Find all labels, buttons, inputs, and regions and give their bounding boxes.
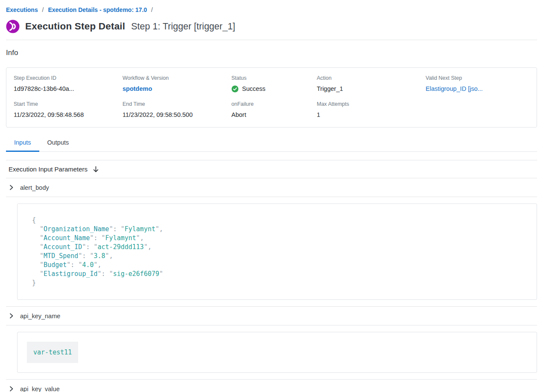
tab-bar: Inputs Outputs [6, 134, 537, 152]
page-header: Execution Step Detail Step 1: Trigger [t… [6, 20, 537, 33]
field-valid-next-step: Valid Next Step Elastigroup_ID [jso... [426, 75, 529, 93]
field-on-failure: onFailure Abort [231, 101, 317, 119]
param-section-label: api_key_name [20, 313, 60, 319]
info-grid: Step Execution ID 1d97828c-13b6-40a... W… [14, 75, 529, 119]
field-step-execution-id: Step Execution ID 1d97828c-13b6-40a... [14, 75, 123, 93]
breadcrumb-link-executions[interactable]: Executions [6, 6, 38, 13]
field-end-time: End Time 11/23/2022, 09:58:50.500 [123, 101, 231, 119]
chevron-right-icon [9, 184, 14, 191]
check-circle-icon [231, 85, 239, 93]
start-time-value: 11/23/2022, 09:58:48.568 [14, 111, 123, 119]
info-section-heading: Info [6, 40, 537, 57]
param-section-label: alert_body [20, 184, 49, 191]
valid-next-step-link[interactable]: Elastigroup_ID [jso... [426, 85, 529, 93]
page-title: Execution Step Detail [25, 21, 125, 32]
field-label: Valid Next Step [426, 75, 529, 81]
tab-outputs[interactable]: Outputs [39, 134, 77, 151]
execution-input-parameters-header: Execution Input Parameters [6, 160, 537, 178]
fylamynt-logo-icon [6, 20, 20, 33]
page-subtitle: Step 1: Trigger [trigger_1] [131, 21, 235, 32]
breadcrumb-link-execution-details[interactable]: Execution Details - spotdemo: 17.0 [48, 6, 147, 13]
max-attempts-value: 1 [317, 111, 426, 119]
breadcrumb: Executions / Execution Details - spotdem… [6, 0, 537, 14]
api-key-name-value: var-test11 [27, 342, 78, 363]
api-key-name-content: var-test11 [6, 325, 537, 380]
api-key-name-card: var-test11 [17, 332, 537, 373]
tab-inputs[interactable]: Inputs [6, 134, 39, 151]
workflow-version-link[interactable]: spotdemo [123, 85, 231, 93]
field-workflow-version: Workflow & Version spotdemo [123, 75, 231, 93]
breadcrumb-separator: / [151, 6, 153, 13]
alert-body-content: { "Organization_Name": "Fylamynt", "Acco… [6, 197, 537, 307]
field-max-attempts: Max Attempts 1 [317, 101, 426, 119]
on-failure-value: Abort [231, 111, 317, 119]
field-label: Status [231, 75, 317, 81]
field-label: Action [317, 75, 426, 81]
field-label: Step Execution ID [14, 75, 123, 81]
param-section-api-key-value[interactable]: api_key_value [6, 380, 537, 392]
param-section-label: api_key_value [20, 386, 60, 392]
end-time-value: 11/23/2022, 09:58:50.500 [123, 111, 231, 119]
chevron-right-icon [9, 386, 14, 392]
action-value: Trigger_1 [317, 85, 426, 93]
breadcrumb-separator: / [42, 6, 44, 13]
params-heading: Execution Input Parameters [9, 166, 88, 173]
execution-step-detail-page: Executions / Execution Details - spotdem… [0, 0, 543, 392]
param-section-api-key-name[interactable]: api_key_name [6, 307, 537, 325]
status-value: Success [231, 85, 317, 93]
alert-body-json-card: { "Organization_Name": "Fylamynt", "Acco… [17, 203, 537, 300]
status-text: Success [242, 85, 266, 93]
alert-body-json-code: { "Organization_Name": "Fylamynt", "Acco… [32, 216, 522, 287]
field-status: Status Success [231, 75, 317, 93]
field-label: End Time [123, 101, 231, 107]
chevron-right-icon [9, 313, 14, 319]
field-action: Action Trigger_1 [317, 75, 426, 93]
info-card: Step Execution ID 1d97828c-13b6-40a... W… [6, 67, 537, 128]
arrow-down-icon[interactable] [93, 166, 99, 173]
param-section-alert-body[interactable]: alert_body [6, 178, 537, 197]
field-label: Start Time [14, 101, 123, 107]
field-label: onFailure [231, 101, 317, 107]
field-label: Workflow & Version [123, 75, 231, 81]
field-label: Max Attempts [317, 101, 426, 107]
step-execution-id-value: 1d97828c-13b6-40a... [14, 85, 123, 93]
field-start-time: Start Time 11/23/2022, 09:58:48.568 [14, 101, 123, 119]
